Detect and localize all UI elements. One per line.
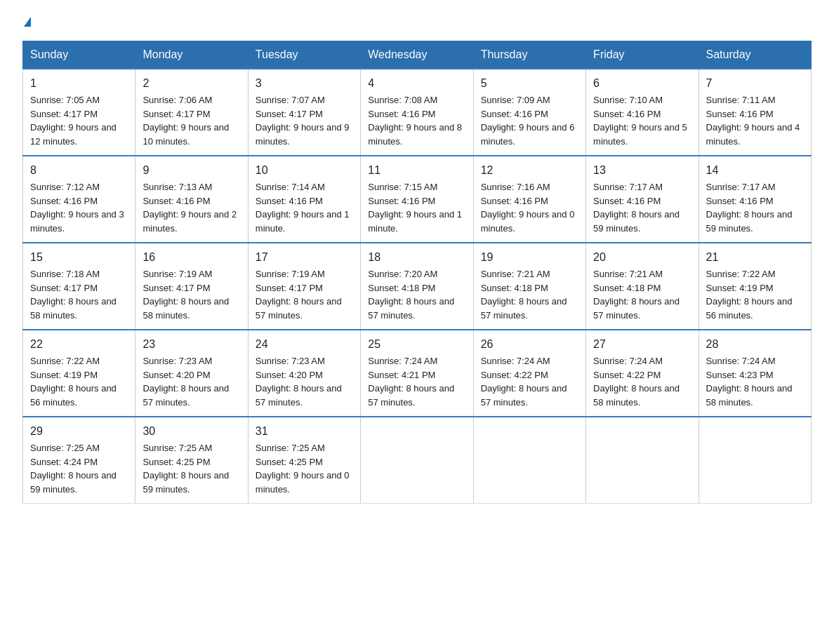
day-number: 19	[481, 249, 578, 266]
calendar-week-row: 29Sunrise: 7:25 AMSunset: 4:24 PMDayligh…	[23, 417, 812, 504]
day-number: 16	[143, 249, 240, 266]
calendar-cell: 21Sunrise: 7:22 AMSunset: 4:19 PMDayligh…	[699, 243, 811, 330]
calendar-cell: 22Sunrise: 7:22 AMSunset: 4:19 PMDayligh…	[23, 330, 135, 417]
day-number: 22	[30, 336, 128, 353]
calendar-cell: 17Sunrise: 7:19 AMSunset: 4:17 PMDayligh…	[248, 243, 360, 330]
calendar-week-row: 1Sunrise: 7:05 AMSunset: 4:17 PMDaylight…	[23, 69, 812, 156]
day-number: 17	[256, 249, 353, 266]
day-number: 24	[256, 336, 353, 353]
calendar-cell: 6Sunrise: 7:10 AMSunset: 4:16 PMDaylight…	[586, 69, 699, 156]
day-number: 27	[593, 336, 691, 353]
day-number: 3	[256, 75, 353, 92]
calendar-cell: 14Sunrise: 7:17 AMSunset: 4:16 PMDayligh…	[699, 156, 811, 243]
calendar-cell: 28Sunrise: 7:24 AMSunset: 4:23 PMDayligh…	[699, 330, 811, 417]
logo	[22, 17, 31, 27]
calendar-cell: 30Sunrise: 7:25 AMSunset: 4:25 PMDayligh…	[135, 417, 248, 504]
calendar-cell: 23Sunrise: 7:23 AMSunset: 4:20 PMDayligh…	[135, 330, 248, 417]
day-number: 18	[368, 249, 465, 266]
calendar-cell: 13Sunrise: 7:17 AMSunset: 4:16 PMDayligh…	[586, 156, 699, 243]
day-number: 26	[481, 336, 578, 353]
calendar-cell	[586, 417, 699, 504]
calendar-cell: 27Sunrise: 7:24 AMSunset: 4:22 PMDayligh…	[586, 330, 699, 417]
calendar-cell: 29Sunrise: 7:25 AMSunset: 4:24 PMDayligh…	[23, 417, 135, 504]
day-number: 12	[481, 162, 578, 179]
logo-triangle-icon	[24, 17, 31, 27]
col-header-wednesday: Wednesday	[361, 41, 473, 69]
day-number: 4	[368, 75, 465, 92]
calendar-cell: 15Sunrise: 7:18 AMSunset: 4:17 PMDayligh…	[23, 243, 135, 330]
calendar-cell: 31Sunrise: 7:25 AMSunset: 4:25 PMDayligh…	[248, 417, 360, 504]
calendar-cell: 9Sunrise: 7:13 AMSunset: 4:16 PMDaylight…	[135, 156, 248, 243]
day-number: 28	[706, 336, 804, 353]
col-header-friday: Friday	[586, 41, 699, 69]
calendar-cell	[361, 417, 473, 504]
day-number: 20	[593, 249, 691, 266]
day-number: 30	[143, 423, 240, 440]
calendar-cell: 26Sunrise: 7:24 AMSunset: 4:22 PMDayligh…	[473, 330, 585, 417]
day-number: 10	[256, 162, 353, 179]
day-number: 14	[706, 162, 804, 179]
day-number: 2	[143, 75, 240, 92]
calendar-table: SundayMondayTuesdayWednesdayThursdayFrid…	[22, 41, 812, 504]
calendar-cell: 3Sunrise: 7:07 AMSunset: 4:17 PMDaylight…	[248, 69, 360, 156]
col-header-sunday: Sunday	[23, 41, 135, 69]
calendar-cell	[473, 417, 585, 504]
calendar-header-row: SundayMondayTuesdayWednesdayThursdayFrid…	[23, 41, 812, 69]
calendar-cell: 24Sunrise: 7:23 AMSunset: 4:20 PMDayligh…	[248, 330, 360, 417]
day-number: 23	[143, 336, 240, 353]
calendar-cell: 10Sunrise: 7:14 AMSunset: 4:16 PMDayligh…	[248, 156, 360, 243]
day-number: 29	[30, 423, 128, 440]
calendar-cell: 18Sunrise: 7:20 AMSunset: 4:18 PMDayligh…	[361, 243, 473, 330]
calendar-cell: 16Sunrise: 7:19 AMSunset: 4:17 PMDayligh…	[135, 243, 248, 330]
day-number: 21	[706, 249, 804, 266]
day-number: 31	[256, 423, 353, 440]
calendar-cell: 4Sunrise: 7:08 AMSunset: 4:16 PMDaylight…	[361, 69, 473, 156]
calendar-cell: 19Sunrise: 7:21 AMSunset: 4:18 PMDayligh…	[473, 243, 585, 330]
day-number: 9	[143, 162, 240, 179]
calendar-cell: 11Sunrise: 7:15 AMSunset: 4:16 PMDayligh…	[361, 156, 473, 243]
col-header-thursday: Thursday	[473, 41, 585, 69]
day-number: 13	[593, 162, 691, 179]
page-header	[22, 17, 812, 27]
day-number: 15	[30, 249, 128, 266]
day-number: 25	[368, 336, 465, 353]
col-header-tuesday: Tuesday	[248, 41, 360, 69]
calendar-cell: 25Sunrise: 7:24 AMSunset: 4:21 PMDayligh…	[361, 330, 473, 417]
day-number: 8	[30, 162, 128, 179]
calendar-cell: 2Sunrise: 7:06 AMSunset: 4:17 PMDaylight…	[135, 69, 248, 156]
day-number: 11	[368, 162, 465, 179]
day-number: 6	[593, 75, 691, 92]
day-number: 5	[481, 75, 578, 92]
calendar-cell	[699, 417, 811, 504]
calendar-week-row: 8Sunrise: 7:12 AMSunset: 4:16 PMDaylight…	[23, 156, 812, 243]
calendar-cell: 12Sunrise: 7:16 AMSunset: 4:16 PMDayligh…	[473, 156, 585, 243]
calendar-cell: 7Sunrise: 7:11 AMSunset: 4:16 PMDaylight…	[699, 69, 811, 156]
col-header-monday: Monday	[135, 41, 248, 69]
calendar-week-row: 15Sunrise: 7:18 AMSunset: 4:17 PMDayligh…	[23, 243, 812, 330]
day-number: 7	[706, 75, 804, 92]
calendar-week-row: 22Sunrise: 7:22 AMSunset: 4:19 PMDayligh…	[23, 330, 812, 417]
calendar-cell: 20Sunrise: 7:21 AMSunset: 4:18 PMDayligh…	[586, 243, 699, 330]
col-header-saturday: Saturday	[699, 41, 811, 69]
calendar-cell: 5Sunrise: 7:09 AMSunset: 4:16 PMDaylight…	[473, 69, 585, 156]
calendar-cell: 1Sunrise: 7:05 AMSunset: 4:17 PMDaylight…	[23, 69, 135, 156]
calendar-cell: 8Sunrise: 7:12 AMSunset: 4:16 PMDaylight…	[23, 156, 135, 243]
day-number: 1	[30, 75, 128, 92]
